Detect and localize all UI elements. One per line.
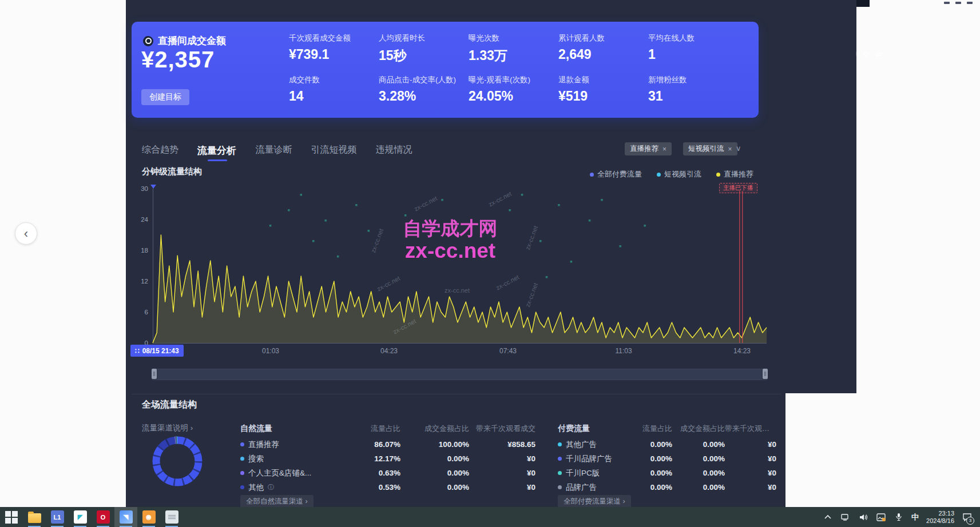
taskbar-app-explorer[interactable] xyxy=(23,507,46,527)
notification-icon[interactable]: 3 xyxy=(962,512,972,522)
channel-dot-icon xyxy=(240,471,244,475)
channel-dot-icon xyxy=(558,471,562,475)
slider-handle-left[interactable] xyxy=(152,369,157,379)
all-paid-channels-link[interactable]: 全部付费流量渠道 › xyxy=(558,495,631,508)
target-icon xyxy=(143,36,153,46)
table-value: 0.00% xyxy=(400,483,469,492)
column-header: 付费流量 xyxy=(558,424,625,434)
metric-cell: 平均在线人数1 xyxy=(648,33,737,62)
image-tool-icon[interactable] xyxy=(876,512,886,522)
metric-cell: 曝光次数1.33万 xyxy=(469,33,557,65)
divider xyxy=(132,394,781,394)
channel-help-link[interactable]: 流量渠道说明 › xyxy=(142,423,193,433)
table-value: ¥0 xyxy=(725,483,776,492)
y-tick-label: 18 xyxy=(130,247,148,254)
back-button[interactable]: ‹ xyxy=(15,222,37,245)
x-axis-start-badge[interactable]: ∷ 08/15 21:43 xyxy=(130,345,184,357)
speck xyxy=(619,245,621,247)
table-row: 品牌广告0.00%0.00%¥0 xyxy=(558,480,776,494)
taskbar-app-browser-active[interactable]: ◥ xyxy=(114,507,137,527)
watermark-small: zx-cc.net xyxy=(445,287,470,294)
notification-count-badge: 3 xyxy=(966,517,974,525)
all-natural-channels-link[interactable]: 全部自然流量渠道 › xyxy=(240,495,314,508)
speck xyxy=(300,194,303,196)
y-tick-label: 24 xyxy=(130,216,148,223)
table-value: 0.53% xyxy=(338,483,400,492)
start-button[interactable] xyxy=(0,507,23,527)
network-icon[interactable] xyxy=(840,512,851,522)
tab-综合趋势[interactable]: 综合趋势 xyxy=(142,144,178,156)
table-value: 0.00% xyxy=(672,440,725,449)
metric-cell: 新增粉丝数31 xyxy=(648,75,737,104)
y-tick-label: 30 xyxy=(130,185,148,192)
column-header: 成交金额占比 xyxy=(672,424,725,434)
table-value: 12.17% xyxy=(338,454,400,463)
taskbar: L1 ◤ O ◥ ◉ 中 23:132024/8/16 3 xyxy=(0,507,980,527)
metric-cell: 商品点击-成交率(人数)3.28% xyxy=(379,75,467,104)
taskbar-clock[interactable]: 23:132024/8/16 xyxy=(926,510,954,525)
natural-traffic-table: 自然流量流量占比成交金额占比带来千次观看成交直播推荐86.07%100.00%¥… xyxy=(240,422,535,494)
metric-cell: 成交件数14 xyxy=(289,75,378,104)
taskbar-app-l1[interactable]: L1 xyxy=(46,507,69,527)
legend-item-短视频引流[interactable]: 短视频引流 xyxy=(657,169,701,179)
taskbar-app-recorder[interactable]: ◉ xyxy=(137,507,160,527)
table-row: 其他 ⓘ0.53%0.00%¥0 xyxy=(240,480,535,494)
microphone-icon[interactable] xyxy=(894,512,904,522)
filter-tag-短视频引流[interactable]: 短视频引流× xyxy=(683,142,737,155)
metric-cell: 累计观看人数2,649 xyxy=(558,33,647,62)
column-header: 自然流量 xyxy=(240,424,338,434)
legend-dot-icon xyxy=(657,173,661,177)
taskbar-app-opera[interactable]: O xyxy=(92,507,114,527)
table-value: 0.63% xyxy=(338,469,400,477)
speaker-icon[interactable] xyxy=(858,512,868,522)
filter-tag-直播推荐[interactable]: 直播推荐× xyxy=(625,142,672,155)
chart-range-slider[interactable] xyxy=(152,369,768,380)
taskbar-app-docs[interactable]: ◤ xyxy=(69,507,92,527)
notepad-icon xyxy=(165,510,178,524)
traffic-chart[interactable]: 3024181260 zx-cc.netzx-cc.netzx-cc.netzx… xyxy=(153,189,767,343)
x-tick-label: 11:03 xyxy=(615,347,632,355)
table-value: ¥0 xyxy=(725,454,776,463)
create-goal-button[interactable]: 创建目标 xyxy=(141,89,189,105)
column-header: 带来千次观看成交 xyxy=(725,424,776,434)
primary-metric-label: 直播间成交金额 xyxy=(158,34,226,47)
panel-tools: ⚙ ⇄ xyxy=(856,47,889,61)
table-value: ¥0 xyxy=(469,454,535,463)
ime-indicator[interactable]: 中 xyxy=(911,512,919,522)
table-value: 0.00% xyxy=(625,454,672,463)
column-header: 带来千次观看成交 xyxy=(469,424,535,434)
tab-违规情况[interactable]: 违规情况 xyxy=(376,144,412,156)
tray-chevron-up-icon[interactable] xyxy=(823,512,833,522)
slider-handle-right[interactable] xyxy=(763,369,768,379)
tab-引流短视频[interactable]: 引流短视频 xyxy=(311,144,357,156)
legend-item-全部付费流量[interactable]: 全部付费流量 xyxy=(590,169,642,179)
window-controls[interactable] xyxy=(944,2,980,5)
metric-cell: 人均观看时长15秒 xyxy=(379,33,467,65)
table-value: 100.00% xyxy=(400,440,469,449)
table-row: 个人主页&店铺&...0.63%0.00%¥0 xyxy=(240,466,535,480)
table-value: 0.00% xyxy=(625,440,672,449)
speck xyxy=(589,219,591,222)
tab-流量分析[interactable]: 流量分析 xyxy=(197,144,236,157)
legend-item-直播推荐[interactable]: 直播推荐 xyxy=(716,169,753,179)
folder-icon xyxy=(28,513,41,523)
speck xyxy=(312,240,315,242)
channel-dot-icon xyxy=(558,442,562,446)
gear-icon[interactable]: ⚙ xyxy=(863,50,870,58)
table-value: 0.00% xyxy=(400,469,469,477)
table-value: 0.00% xyxy=(625,483,672,492)
speck xyxy=(509,209,511,211)
x-tick-label: 07:43 xyxy=(499,347,517,355)
screen: ‹ ⚙ ⇄ 直播间成交金额 ¥2,357 创建目标 ∨ 分钟级流量结构 全部付费… xyxy=(0,0,980,527)
table-row: 千川品牌广告0.00%0.00%¥0 xyxy=(558,452,776,466)
tab-流量诊断[interactable]: 流量诊断 xyxy=(256,144,292,156)
speck xyxy=(288,209,290,211)
speck xyxy=(601,199,603,201)
speck xyxy=(441,199,443,201)
close-icon: × xyxy=(662,145,666,153)
drag-icon: ∷ xyxy=(135,347,140,355)
metric-cell: 曝光-观看率(次数)24.05% xyxy=(469,75,557,104)
taskbar-app-notepad[interactable] xyxy=(160,507,183,527)
swap-icon[interactable]: ⇄ xyxy=(875,50,882,58)
speck xyxy=(337,255,339,258)
